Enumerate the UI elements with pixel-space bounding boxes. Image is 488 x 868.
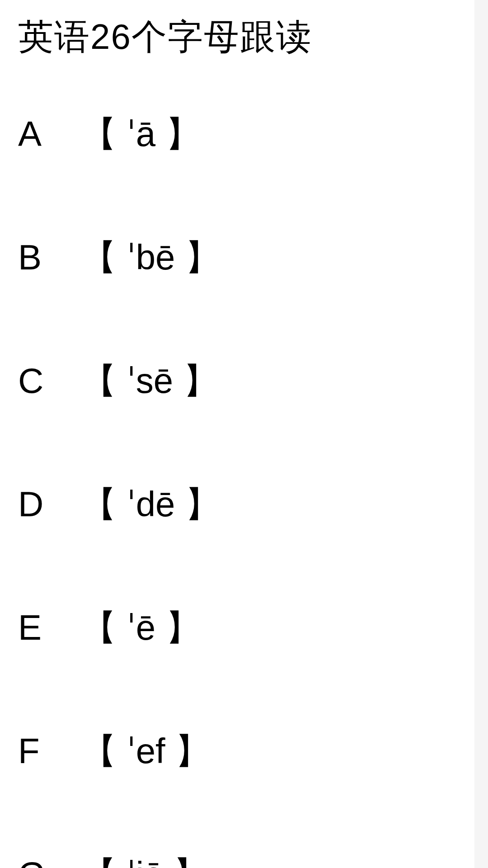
page-edge	[474, 0, 488, 868]
page-title: 英语26个字母跟读	[18, 14, 470, 61]
letter-label: G	[18, 854, 81, 868]
letter-pronunciation: 【 ˈef 】	[81, 728, 210, 775]
letter-label: B	[18, 237, 81, 278]
letter-label: D	[18, 484, 81, 525]
letter-pronunciation: 【 ˈē 】	[81, 604, 201, 652]
letter-row: D 【 ˈdē 】	[18, 481, 470, 528]
letter-row: E 【 ˈē 】	[18, 604, 470, 652]
letter-pronunciation: 【 ˈdē 】	[81, 481, 220, 528]
letter-label: C	[18, 360, 81, 401]
letter-pronunciation: 【 ˈjē 】	[81, 851, 208, 868]
letter-row: A 【 ˈā 】	[18, 111, 470, 158]
letter-row: B 【 ˈbē 】	[18, 234, 470, 282]
letter-list: A 【 ˈā 】 B 【 ˈbē 】 C 【 ˈsē 】 D 【 ˈdē 】 E…	[18, 111, 470, 868]
letter-row: C 【 ˈsē 】	[18, 358, 470, 405]
letter-row: F 【 ˈef 】	[18, 728, 470, 775]
letter-pronunciation: 【 ˈā 】	[81, 111, 201, 158]
letter-label: F	[18, 731, 81, 772]
letter-row: G 【 ˈjē 】	[18, 851, 470, 868]
letter-label: A	[18, 113, 81, 155]
letter-pronunciation: 【 ˈsē 】	[81, 358, 218, 405]
letter-pronunciation: 【 ˈbē 】	[81, 234, 220, 282]
letter-label: E	[18, 607, 81, 648]
